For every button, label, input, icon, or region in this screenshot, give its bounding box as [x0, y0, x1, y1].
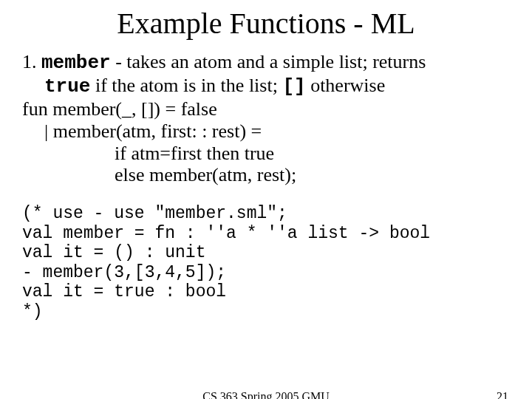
code-line-2: | member(atm, first: : rest) = — [22, 120, 510, 143]
keyword-true: true — [44, 75, 90, 98]
repl-line-2: val member = fn : ''a * ''a list -> bool — [22, 224, 510, 243]
page-number: 21 — [497, 390, 508, 399]
slide-title: Example Functions - ML — [22, 6, 510, 41]
desc-part1: - takes an atom and a simple list; retur… — [111, 51, 426, 72]
repl-line-4: - member(3,[3,4,5]); — [22, 263, 510, 282]
body-content: 1. member - takes an atom and a simple l… — [22, 51, 510, 186]
repl-block: (* use - use "member.sml";val member = f… — [22, 204, 510, 321]
desc-part2: if the atom is in the list; — [90, 75, 282, 96]
slide: Example Functions - ML 1. member - takes… — [0, 0, 532, 399]
repl-line-1: (* use - use "member.sml"; — [22, 204, 510, 223]
repl-line-5: val it = true : bool — [22, 282, 510, 301]
keyword-empty-list: [] — [282, 75, 305, 98]
desc-part3: otherwise — [306, 75, 386, 96]
repl-line-6: *) — [22, 302, 510, 321]
item-1-cont: true if the atom is in the list; [] othe… — [22, 75, 510, 98]
code-line-4: else member(atm, rest); — [22, 164, 510, 186]
item-number: 1. — [22, 51, 37, 72]
code-line-1: fun member(_, []) = false — [22, 98, 510, 120]
repl-line-3: val it = () : unit — [22, 243, 510, 262]
item-1: 1. member - takes an atom and a simple l… — [22, 51, 510, 75]
func-name: member — [41, 52, 111, 74]
footer-center-text: CS 363 Spring 2005 GMU — [0, 390, 532, 399]
code-line-3: if atm=first then true — [22, 143, 510, 165]
